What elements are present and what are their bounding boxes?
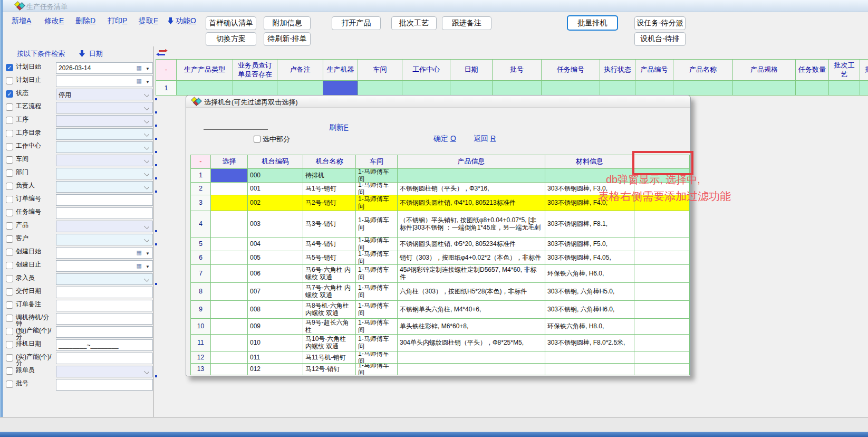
machine-row[interactable]: 7006马6号-六角柱 内螺纹 双通1-马师傅车间45#钢彩锌定制连接螺柱定制D… bbox=[191, 265, 690, 283]
combo-link-dot[interactable] bbox=[155, 177, 157, 179]
filter-dropdown[interactable] bbox=[56, 128, 153, 140]
machine-code-cell[interactable]: 001 bbox=[248, 183, 303, 195]
select-cell[interactable] bbox=[211, 238, 248, 251]
workshop-cell[interactable]: 1-马师傅车间 bbox=[356, 238, 398, 251]
chevron-down-icon[interactable] bbox=[144, 171, 149, 176]
column-header-11[interactable]: 执行状态 bbox=[600, 60, 635, 81]
dropdown-arrow-icon[interactable]: ▼ bbox=[146, 264, 150, 269]
row-number[interactable]: 3 bbox=[191, 195, 211, 211]
menu-item-5[interactable]: 提取F bbox=[139, 16, 158, 26]
filter-checkbox[interactable] bbox=[6, 209, 13, 216]
filter-checkbox[interactable] bbox=[6, 169, 13, 177]
machine-code-cell[interactable]: 008 bbox=[248, 301, 303, 319]
filter-dropdown[interactable]: 停用 bbox=[56, 89, 153, 100]
select-cell[interactable] bbox=[211, 183, 248, 195]
machine-code-cell[interactable]: 007 bbox=[248, 283, 303, 301]
filter-date-field[interactable]: ▦▼ bbox=[56, 260, 153, 272]
column-header-16[interactable]: 批次工艺 bbox=[829, 60, 860, 81]
row-number[interactable]: 11 bbox=[191, 335, 211, 352]
product-info-cell[interactable]: 销钉（303），按图纸φ4+0.02*2（本色），非标件 bbox=[398, 251, 545, 265]
calendar-icon[interactable]: ▦ bbox=[137, 64, 142, 71]
dropdown-arrow-icon[interactable]: ▼ bbox=[146, 80, 150, 84]
partial-select-checkbox[interactable]: 选中部分 bbox=[254, 135, 290, 144]
select-cell[interactable] bbox=[211, 352, 248, 364]
product-info-cell[interactable] bbox=[398, 352, 545, 364]
sort-by-date-link[interactable]: 日期 bbox=[79, 49, 103, 59]
machine-code-cell[interactable]: 000 bbox=[248, 169, 303, 183]
filter-checkbox[interactable] bbox=[6, 367, 13, 375]
product-info-cell[interactable]: 不锈钢圆柱销（平头），Φ3*16, bbox=[398, 183, 545, 195]
workshop-cell[interactable]: 1-马师傅车间 bbox=[356, 283, 398, 301]
machine-name-cell[interactable]: 马8号机-六角柱 内螺纹 双通 bbox=[303, 301, 356, 319]
combo-link-dot[interactable] bbox=[155, 164, 157, 166]
chevron-down-icon[interactable] bbox=[144, 158, 149, 163]
select-cell[interactable] bbox=[211, 251, 248, 265]
empty-cell[interactable] bbox=[634, 238, 690, 251]
row-number[interactable]: 2 bbox=[191, 183, 211, 195]
material-info-cell[interactable]: 303不锈钢圆棒, F8.1, bbox=[545, 211, 634, 238]
filter-checkbox[interactable] bbox=[6, 249, 13, 256]
toolbar-button-3[interactable]: 打开产品 bbox=[332, 16, 381, 30]
machine-name-cell[interactable]: 待排机 bbox=[303, 169, 356, 183]
filter-text-field[interactable] bbox=[56, 194, 153, 206]
chevron-down-icon[interactable] bbox=[144, 184, 149, 189]
column-header-9[interactable]: 批号 bbox=[493, 60, 542, 81]
machine-name-cell[interactable]: 马11号机-销钉 bbox=[303, 352, 356, 364]
filter-dropdown[interactable] bbox=[56, 155, 153, 166]
filter-checkbox[interactable] bbox=[6, 117, 13, 124]
filter-dropdown[interactable] bbox=[56, 102, 153, 113]
product-info-cell[interactable] bbox=[398, 364, 545, 375]
table-cell[interactable] bbox=[860, 81, 868, 96]
row-number[interactable]: 8 bbox=[191, 283, 211, 301]
filter-checkbox[interactable] bbox=[6, 301, 13, 309]
menu-item-4[interactable]: 打印P bbox=[108, 16, 127, 26]
filter-checkbox[interactable] bbox=[6, 196, 13, 203]
filter-dropdown[interactable] bbox=[56, 181, 153, 193]
filter-dropdown[interactable] bbox=[56, 141, 153, 153]
machine-code-cell[interactable]: 004 bbox=[248, 238, 303, 251]
machine-name-cell[interactable]: 马7号-六角柱 内螺纹 双通 bbox=[303, 283, 356, 301]
material-info-cell[interactable]: 303不锈钢, 六角棒H5.0, bbox=[545, 283, 634, 301]
machine-name-cell[interactable]: 马5号-销钉 bbox=[303, 251, 356, 265]
select-cell[interactable] bbox=[211, 169, 248, 183]
material-info-cell[interactable]: 303不锈钢圆棒, F5.0, bbox=[545, 238, 634, 251]
column-header-13[interactable]: 产品名称 bbox=[673, 60, 733, 81]
table-cell[interactable] bbox=[450, 81, 493, 96]
empty-cell[interactable] bbox=[634, 335, 690, 352]
product-info-cell[interactable]: 单头铁柱彩锌, M6*60+8, bbox=[398, 319, 545, 335]
filter-text-field[interactable] bbox=[56, 379, 153, 391]
machine-code-cell[interactable]: 003 bbox=[248, 211, 303, 238]
table-cell[interactable] bbox=[829, 81, 860, 96]
row-number[interactable]: 1 bbox=[191, 169, 211, 183]
toolbar-button-1[interactable]: 首样确认清单 bbox=[206, 16, 256, 30]
row-number[interactable]: 1 bbox=[156, 81, 177, 96]
material-info-cell[interactable]: 环保铁六角棒, H8.0, bbox=[545, 319, 634, 335]
chevron-down-icon[interactable] bbox=[144, 277, 149, 282]
filter-checkbox[interactable] bbox=[6, 315, 13, 322]
filter-checkbox[interactable] bbox=[6, 275, 13, 282]
workshop-cell[interactable]: 1-马师傅车间 bbox=[356, 319, 398, 335]
row-number[interactable]: 7 bbox=[191, 265, 211, 283]
filter-checkbox[interactable] bbox=[6, 77, 13, 84]
back-link[interactable]: 返回 R bbox=[474, 134, 496, 144]
row-number[interactable]: 9 bbox=[191, 301, 211, 319]
select-cell[interactable] bbox=[211, 364, 248, 375]
product-info-cell[interactable]: 304单头内螺纹圆柱销（平头），Φ8*25*M5, bbox=[398, 335, 545, 352]
filter-text-field[interactable] bbox=[56, 313, 153, 325]
filter-dropdown[interactable] bbox=[56, 366, 153, 377]
workshop-cell[interactable]: 1-马师傅车间 bbox=[356, 265, 398, 283]
empty-cell[interactable] bbox=[634, 211, 690, 238]
filter-checkbox[interactable] bbox=[6, 222, 13, 230]
toolbar-button-9[interactable]: 待刷新-排单 bbox=[264, 32, 311, 46]
calendar-icon[interactable]: ▦ bbox=[137, 262, 142, 269]
column-header-7[interactable]: 工作中心 bbox=[402, 60, 450, 81]
column-header-3[interactable]: 业务员查订单是否存在 bbox=[233, 60, 277, 81]
machine-name-cell[interactable]: 马10号-六角柱 内螺纹 双通 bbox=[303, 335, 356, 352]
column-header-14[interactable]: 产品规格 bbox=[733, 60, 796, 81]
table-cell[interactable] bbox=[493, 81, 542, 96]
table-cell[interactable] bbox=[402, 81, 450, 96]
toolbar-button-2[interactable]: 附加信息 bbox=[264, 16, 311, 30]
machine-row[interactable]: 13012马12号-销钉1-马师傅车间 bbox=[191, 364, 690, 375]
toolbar-button-6[interactable]: 批量排机 bbox=[567, 15, 618, 31]
row-number[interactable]: 12 bbox=[191, 352, 211, 364]
